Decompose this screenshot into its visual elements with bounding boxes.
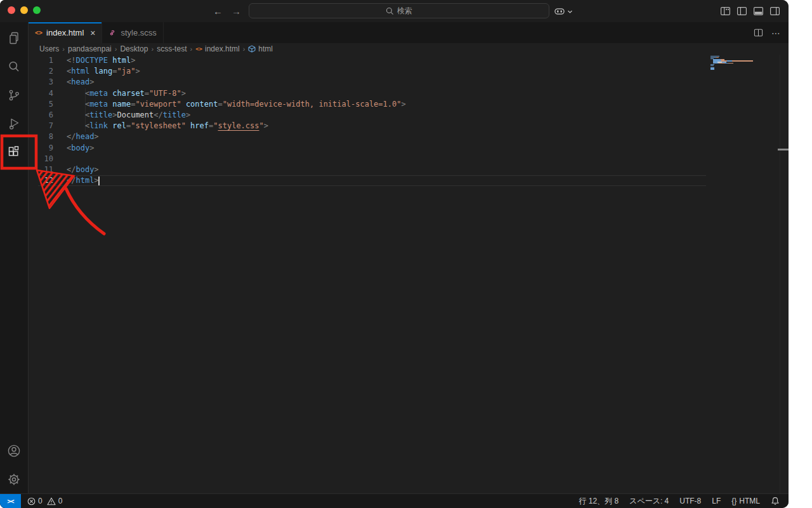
code-line[interactable]: 12</html> (29, 175, 789, 186)
more-actions-icon[interactable]: ⋯ (771, 28, 781, 38)
toggle-panel-icon[interactable] (753, 6, 764, 17)
remote-indicator[interactable]: >< (0, 494, 21, 508)
line-number: 5 (29, 99, 67, 110)
code-line[interactable]: 8</head> (29, 131, 789, 142)
breadcrumb-item[interactable]: html (248, 44, 273, 53)
code-line[interactable]: 6 <title>Document</title> (29, 110, 789, 121)
line-number: 4 (29, 88, 67, 99)
code-text: </html> (67, 175, 99, 186)
breadcrumb-item[interactable]: pandasenpai (68, 44, 112, 53)
problems-status[interactable]: 0 0 (21, 497, 69, 505)
tab-index-html[interactable]: <> index.html × (29, 22, 102, 43)
sass-file-icon (108, 29, 117, 37)
forward-arrow-icon[interactable]: → (232, 6, 241, 17)
code-text: <meta name="viewport" content="width=dev… (67, 99, 406, 110)
customize-layout-icon[interactable] (720, 6, 731, 17)
code-editor[interactable]: 1<!DOCTYPE html>2<html lang="ja">3<head>… (29, 55, 789, 493)
breadcrumb-label: html (258, 44, 273, 53)
tab-label: index.html (46, 28, 84, 37)
minimize-window-button[interactable] (20, 6, 28, 14)
title-bar: ← → 検索 (0, 0, 789, 22)
explorer-icon[interactable] (0, 23, 28, 52)
code-line[interactable]: 1<!DOCTYPE html> (29, 55, 789, 66)
search-view-icon[interactable] (0, 52, 28, 81)
source-control-icon[interactable] (0, 81, 28, 109)
toggle-secondary-sidebar-icon[interactable] (769, 6, 780, 17)
code-text: <meta charset="UTF-8"> (67, 88, 186, 99)
search-icon (386, 7, 394, 15)
language-mode-status[interactable]: {} HTML (731, 497, 760, 505)
breadcrumb-item[interactable]: Desktop (120, 44, 148, 53)
code-line[interactable]: 9<body> (29, 143, 789, 154)
code-line[interactable]: 10 (29, 154, 789, 164)
code-text: <body> (67, 143, 94, 154)
code-text: <head> (67, 77, 94, 88)
breadcrumb-item[interactable]: Users (39, 44, 59, 53)
breadcrumb-label: Users (39, 44, 59, 53)
html-file-icon: <> (195, 46, 202, 52)
code-line[interactable]: 7 <link rel="stylesheet" href="style.css… (29, 121, 789, 131)
screenshot-page: ← → 検索 (0, 0, 812, 508)
breadcrumb-label: scss-test (157, 44, 187, 53)
back-arrow-icon[interactable]: ← (213, 6, 223, 17)
code-line[interactable]: 4 <meta charset="UTF-8"> (29, 88, 789, 99)
line-number: 11 (29, 164, 67, 175)
minimap-line (710, 69, 758, 69)
vscode-window: ← → 検索 (0, 0, 789, 508)
breadcrumb-separator-icon: › (115, 45, 117, 53)
manage-settings-icon[interactable] (0, 465, 28, 493)
encoding-status[interactable]: UTF-8 (679, 497, 701, 505)
code-line[interactable]: 2<html lang="ja"> (29, 66, 789, 77)
split-editor-icon[interactable] (754, 28, 763, 37)
breadcrumb-item[interactable]: scss-test (157, 44, 187, 53)
html-file-icon: <> (35, 29, 43, 36)
line-number: 8 (29, 131, 67, 142)
close-window-button[interactable] (8, 6, 15, 14)
command-center-search[interactable]: 検索 (249, 3, 549, 18)
warning-icon (47, 497, 56, 505)
language-label: HTML (739, 497, 760, 505)
indentation-status[interactable]: スペース: 4 (629, 496, 669, 507)
extensions-icon[interactable] (0, 138, 28, 166)
line-number: 7 (29, 121, 67, 131)
tab-style-scss[interactable]: style.scss (102, 22, 163, 43)
breadcrumb-item[interactable]: <>index.html (195, 44, 240, 53)
html-symbol-icon (248, 45, 256, 53)
minimap[interactable] (710, 56, 758, 70)
code-text: <title>Document</title> (67, 110, 190, 121)
breadcrumb-separator-icon: › (243, 45, 246, 53)
activity-bar (0, 22, 29, 493)
tab-bar: <> index.html × style.scss (29, 22, 789, 43)
overview-ruler-border (780, 55, 780, 493)
line-number: 12 (29, 175, 67, 186)
copilot-menu[interactable] (553, 4, 573, 19)
code-text: </head> (67, 131, 99, 142)
tab-label: style.scss (121, 28, 156, 37)
code-text: <link rel="stylesheet" href="style.css"> (67, 121, 268, 131)
text-cursor (98, 177, 100, 185)
line-number: 2 (29, 66, 67, 77)
line-number: 6 (29, 110, 67, 121)
traffic-lights (8, 6, 41, 14)
run-and-debug-icon[interactable] (0, 109, 28, 138)
chevron-down-icon (567, 9, 573, 15)
toggle-primary-sidebar-icon[interactable] (737, 6, 747, 17)
warning-count: 0 (58, 497, 63, 505)
line-number: 9 (29, 143, 67, 154)
maximize-window-button[interactable] (33, 6, 41, 14)
code-line[interactable]: 3<head> (29, 77, 789, 88)
breadcrumb-separator-icon: › (62, 45, 65, 53)
line-number: 10 (29, 154, 67, 164)
copilot-icon (553, 5, 566, 18)
code-line[interactable]: 5 <meta name="viewport" content="width=d… (29, 99, 789, 110)
close-tab-icon[interactable]: × (90, 29, 95, 37)
breadcrumb-label: Desktop (120, 44, 148, 53)
notifications-bell-icon[interactable] (771, 497, 780, 505)
error-count: 0 (38, 497, 43, 505)
eol-status[interactable]: LF (712, 497, 721, 505)
accounts-icon[interactable] (0, 436, 28, 465)
code-line[interactable]: 11</body> (29, 164, 789, 175)
breadcrumb-separator-icon: › (151, 45, 154, 53)
search-label: 検索 (397, 6, 412, 17)
cursor-position-status[interactable]: 行 12、列 8 (579, 496, 619, 507)
